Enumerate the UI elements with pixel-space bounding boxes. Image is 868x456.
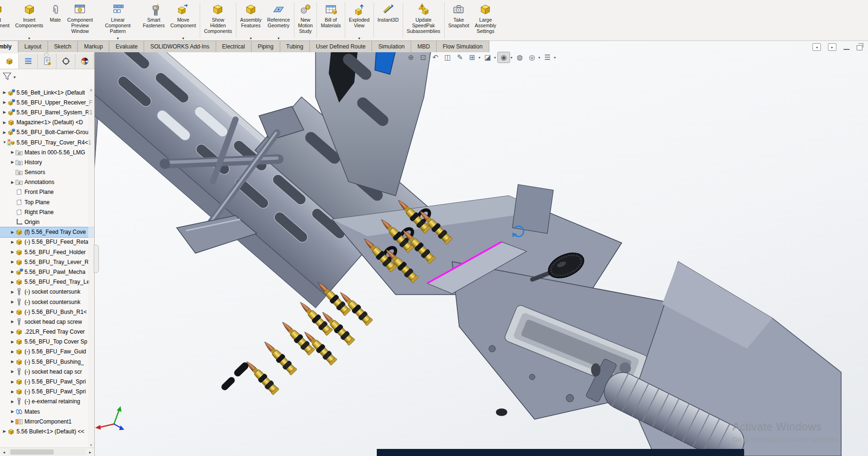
- collapse-pane-left-icon[interactable]: ◂: [812, 43, 821, 51]
- tree-item[interactable]: ▶5.56 Bullet<1> (Default) <<: [0, 426, 94, 436]
- tree-item[interactable]: ▶5.56_BFU_Bolt-Carrier-Grou: [0, 128, 94, 137]
- panel-tab-displaymanager[interactable]: [75, 54, 94, 69]
- tree-expand-arrow-icon[interactable]: ▶: [10, 409, 15, 414]
- tab-piping[interactable]: Piping: [251, 40, 280, 52]
- scroll-up-icon[interactable]: ˄: [90, 88, 92, 93]
- toolbar-button-bill-of-materials[interactable]: Bill of Materials: [318, 0, 344, 40]
- toolbar-button-update-speedpak-subassemblies[interactable]: Update SpeedPak Subassemblies: [404, 0, 443, 40]
- tree-expand-arrow-icon[interactable]: ▶: [10, 330, 15, 334]
- tree-expand-arrow-icon[interactable]: ▶: [10, 150, 15, 154]
- tree-item[interactable]: ▶.22LR_Feed Tray Cover: [0, 327, 94, 337]
- dropdown-caret-icon[interactable]: ▼: [182, 37, 185, 40]
- tab-sketch[interactable]: Sketch: [48, 40, 78, 52]
- toolbar-button-linear-component-pattern[interactable]: Linear Component Pattern▼: [96, 0, 140, 40]
- toolbar-button-instant3d[interactable]: Instant3D: [375, 0, 402, 40]
- zoom-to-fit-icon[interactable]: ⊕: [405, 52, 417, 63]
- tree-item[interactable]: ▶(f) 5.56_Feed Tray Cove: [0, 227, 94, 237]
- tree-expand-arrow-icon[interactable]: ▶: [10, 180, 15, 184]
- toolbar-button-mate[interactable]: Mate: [46, 0, 65, 40]
- tree-expand-arrow-icon[interactable]: ▶: [10, 380, 15, 384]
- tree-expand-arrow-icon[interactable]: ▶: [2, 130, 7, 135]
- dropdown-caret-icon[interactable]: ▼: [249, 37, 252, 40]
- scroll-right-icon[interactable]: ▸: [86, 448, 94, 456]
- tree-item[interactable]: ▶5.56_BFU_Upper_Receiver_F: [0, 97, 94, 107]
- tree-item[interactable]: ▼5.56_BFU_Tray_Cover_R4<1: [0, 137, 94, 147]
- view-orientation-dropdown-caret[interactable]: ▾: [479, 56, 480, 60]
- view-settings-icon[interactable]: ☰: [542, 52, 553, 63]
- tree-item[interactable]: Front Plane: [0, 187, 94, 197]
- tab-mbd[interactable]: MBD: [411, 40, 437, 52]
- panel-collapse-dot[interactable]: [44, 53, 49, 57]
- tab-solidworks-add-ins[interactable]: SOLIDWORKS Add-Ins: [144, 40, 216, 52]
- tree-item[interactable]: ▶Magazine<1> (Default) <D: [0, 118, 94, 128]
- tree-item[interactable]: ▶Mates: [0, 407, 94, 416]
- tree-expand-arrow-icon[interactable]: ▶: [10, 240, 15, 244]
- tab-evaluate[interactable]: Evaluate: [109, 40, 144, 52]
- toolbar-button-edit-component[interactable]: Edit Component: [0, 0, 12, 40]
- display-style-dropdown-caret[interactable]: ▾: [494, 56, 496, 60]
- toolbar-button-component-preview-window[interactable]: Component Preview Window: [65, 0, 96, 40]
- tree-expand-arrow-icon[interactable]: ▶: [10, 360, 15, 364]
- tab-markup[interactable]: Markup: [77, 40, 109, 52]
- filter-dropdown-caret[interactable]: ▼: [13, 75, 16, 80]
- toolbar-button-show-hidden-components[interactable]: Show Hidden Components: [201, 0, 235, 40]
- tree-item[interactable]: ▶(-) 5.56_BFU_Faw_Guid: [0, 347, 94, 357]
- tree-expand-arrow-icon[interactable]: ▶: [10, 300, 15, 304]
- previous-view-icon[interactable]: ↶: [430, 52, 441, 63]
- tree-expand-arrow-icon[interactable]: ▶: [10, 419, 15, 424]
- tree-expand-arrow-icon[interactable]: ▶: [2, 429, 7, 433]
- tree-horizontal-scrollbar[interactable]: ◂ ▸: [0, 448, 94, 456]
- section-view-icon[interactable]: ◫: [442, 52, 454, 63]
- toolbar-button-new-motion-study[interactable]: New Motion Study: [295, 0, 316, 40]
- tree-expand-arrow-icon[interactable]: ▶: [10, 250, 15, 254]
- graphics-viewport[interactable]: ⊕⊡↶◫✎⊞▾◪▾◉▾◍◎▾☰▾ Activate Windows Go to …: [94, 40, 868, 456]
- apply-scene-dropdown-caret[interactable]: ▾: [538, 56, 540, 60]
- tree-expand-arrow-icon[interactable]: ▼: [2, 140, 7, 144]
- scroll-left-icon[interactable]: ◂: [0, 448, 8, 456]
- collapse-pane-right-icon[interactable]: ▸: [828, 43, 836, 51]
- dropdown-caret-icon[interactable]: ▼: [277, 37, 280, 40]
- display-style-icon[interactable]: ◪: [482, 52, 494, 63]
- panel-splitter-handle[interactable]: [94, 245, 99, 273]
- edit-appearance-icon[interactable]: ◍: [514, 52, 526, 63]
- tab-layout[interactable]: Layout: [18, 40, 48, 52]
- tree-expand-arrow-icon[interactable]: ▶: [10, 230, 15, 234]
- tree-expand-arrow-icon[interactable]: ▶: [2, 120, 7, 125]
- tree-expand-arrow-icon[interactable]: ▶: [10, 320, 15, 324]
- tree-item[interactable]: ▶socket head cap screw: [0, 317, 94, 327]
- tree-expand-arrow-icon[interactable]: ▶: [10, 270, 15, 274]
- tab-user-defined-route[interactable]: User Defined Route: [309, 40, 372, 52]
- tree-item[interactable]: Right Plane: [0, 207, 94, 217]
- tree-expand-arrow-icon[interactable]: ▶: [2, 110, 7, 114]
- tree-expand-arrow-icon[interactable]: ▶: [10, 160, 15, 164]
- tree-item[interactable]: ▶(-) 5.56_BFU_Pawl_Spri: [0, 376, 94, 386]
- tree-expand-arrow-icon[interactable]: ▶: [10, 260, 15, 264]
- hide-show-items-icon[interactable]: ◉: [497, 52, 510, 63]
- tree-item[interactable]: ▶(-) socket head cap scr: [0, 367, 94, 376]
- tree-item[interactable]: ▶MirrorComponent1: [0, 416, 94, 426]
- tree-expand-arrow-icon[interactable]: ▶: [10, 350, 15, 354]
- toolbar-button-exploded-view[interactable]: Exploded View▼: [346, 0, 373, 40]
- tree-expand-arrow-icon[interactable]: ▶: [10, 280, 15, 284]
- tree-item[interactable]: Top Plane: [0, 197, 94, 207]
- tree-item[interactable]: Sensors: [0, 168, 94, 177]
- toolbar-button-large-assembly-settings[interactable]: Large Assembly Settings: [472, 0, 499, 40]
- tree-item[interactable]: ▶(-) 5.56_BFU_Pawl_Spri: [0, 387, 94, 397]
- filter-funnel-icon[interactable]: [2, 72, 12, 81]
- tree-item[interactable]: ▶5.56_BFU_Top Cover Sp: [0, 337, 94, 347]
- tab-flow-simulation[interactable]: Flow Simulation: [436, 40, 489, 52]
- tree-expand-arrow-icon[interactable]: ▶: [10, 390, 15, 394]
- tree-item[interactable]: ▶5.56_BFU_Feed_Tray_Le: [0, 277, 94, 287]
- tree-expand-arrow-icon[interactable]: ▶: [2, 100, 7, 104]
- panel-tab-featuremanager-design-tree[interactable]: [0, 54, 19, 69]
- tree-expand-arrow-icon[interactable]: ▶: [10, 290, 15, 294]
- zoom-to-area-icon[interactable]: ⊡: [417, 52, 429, 63]
- toolbar-button-smart-fasteners[interactable]: Smart Fasteners: [140, 0, 168, 40]
- apply-scene-icon[interactable]: ◎: [526, 52, 538, 63]
- dropdown-caret-icon[interactable]: ▼: [116, 37, 120, 40]
- hide-show-items-dropdown-caret[interactable]: ▾: [511, 56, 512, 60]
- tab-assembly[interactable]: Assembly: [0, 40, 18, 52]
- tree-item[interactable]: ▶(-) e-external retaining: [0, 397, 94, 407]
- tree-item[interactable]: ▶(-) 5.56_BFU_Feed_Reta: [0, 237, 94, 247]
- dropdown-caret-icon[interactable]: ▼: [357, 37, 361, 40]
